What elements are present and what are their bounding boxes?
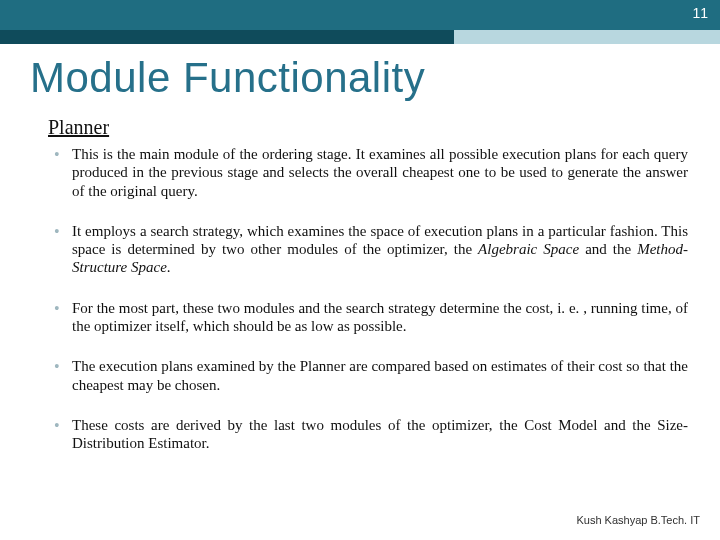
bullet-list: This is the main module of the ordering … [50,145,688,475]
band-light [454,30,720,44]
list-item: The execution plans examined by the Plan… [50,357,688,394]
list-item: It employs a search strategy, which exam… [50,222,688,277]
decorative-band [0,30,720,44]
footer-credit: Kush Kashyap B.Tech. IT [576,514,700,526]
list-item: These costs are derived by the last two … [50,416,688,453]
list-item: This is the main module of the ordering … [50,145,688,200]
section-heading: Planner [48,116,109,139]
slide-title: Module Functionality [30,54,425,102]
list-item: For the most part, these two modules and… [50,299,688,336]
band-dark [0,30,454,44]
header-band: 11 [0,0,720,30]
page-number: 11 [692,5,708,21]
